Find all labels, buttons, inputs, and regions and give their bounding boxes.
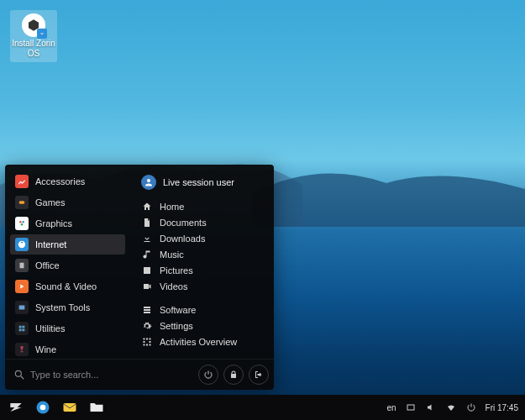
menu-user-label: Live session user: [163, 177, 234, 187]
tray-power[interactable]: [465, 402, 477, 413]
lock-icon: [228, 370, 239, 380]
menu-places: Live session user Home Documents Downloa…: [131, 165, 274, 359]
category-label: Games: [35, 197, 65, 207]
volume-icon: [426, 402, 436, 412]
shortcut-settings[interactable]: Settings: [136, 318, 269, 333]
place-videos[interactable]: Videos: [136, 279, 269, 294]
window-icon: [406, 402, 416, 412]
svg-marker-5: [20, 285, 24, 289]
power-icon: [203, 370, 213, 380]
place-home[interactable]: Home: [136, 199, 269, 214]
start-menu: Accessories Games Graphics Internet Offi…: [5, 165, 274, 390]
sound-video-icon: [15, 280, 29, 293]
place-label: Documents: [160, 218, 207, 228]
category-label: Utilities: [35, 323, 65, 333]
svg-point-7: [147, 179, 150, 182]
software-icon: [141, 305, 153, 315]
videos-icon: [141, 281, 153, 291]
menu-search-input[interactable]: [30, 370, 190, 380]
taskbar-mail[interactable]: [60, 398, 79, 417]
menu-lock-button[interactable]: [223, 365, 244, 385]
desktop-icon-install-zorin[interactable]: Install Zorin OS: [10, 10, 57, 62]
games-icon: [15, 196, 29, 209]
taskbar-files[interactable]: [87, 398, 106, 417]
downloads-icon: [141, 234, 153, 244]
place-pictures[interactable]: Pictures: [136, 263, 269, 278]
svg-rect-12: [64, 403, 76, 412]
tray-lang[interactable]: en: [386, 403, 396, 412]
category-label: System Tools: [35, 302, 90, 312]
place-label: Videos: [160, 281, 187, 291]
desktop-icon-label: Install Zorin OS: [12, 39, 55, 59]
pictures-icon: [141, 265, 153, 276]
category-label: Office: [35, 260, 60, 270]
taskbar: en Fri 17:45: [0, 395, 525, 420]
taskbar-start[interactable]: [7, 398, 25, 417]
power-icon: [466, 402, 476, 412]
shortcut-software[interactable]: Software: [136, 302, 269, 318]
documents-icon: [141, 218, 153, 228]
category-wine[interactable]: Wine: [10, 339, 125, 359]
svg-rect-6: [19, 306, 25, 310]
svg-rect-0: [19, 201, 25, 203]
menu-power-button[interactable]: [198, 365, 218, 385]
category-office[interactable]: Office: [10, 255, 125, 276]
place-downloads[interactable]: Downloads: [136, 231, 269, 246]
category-label: Sound & Video: [35, 281, 97, 291]
zorin-icon: [8, 399, 24, 416]
category-internet[interactable]: Internet: [10, 234, 125, 255]
category-graphics[interactable]: Graphics: [10, 213, 125, 234]
category-label: Graphics: [35, 218, 72, 228]
svg-rect-13: [407, 405, 414, 410]
shortcut-activities[interactable]: Activities Overview: [136, 334, 269, 349]
shortcut-label: Activities Overview: [160, 337, 237, 347]
svg-rect-4: [20, 263, 24, 269]
place-label: Music: [160, 249, 184, 260]
utilities-icon: [15, 322, 29, 335]
tray-clock[interactable]: Fri 17:45: [486, 403, 518, 412]
svg-line-9: [21, 376, 24, 380]
internet-icon: [15, 238, 29, 251]
place-documents[interactable]: Documents: [136, 215, 269, 230]
accessories-icon: [15, 175, 29, 188]
category-system-tools[interactable]: System Tools: [10, 297, 125, 318]
svg-point-3: [21, 223, 24, 226]
place-label: Home: [160, 202, 184, 212]
menu-categories: Accessories Games Graphics Internet Offi…: [5, 165, 131, 359]
svg-point-8: [15, 370, 21, 376]
home-icon: [141, 202, 153, 212]
place-label: Pictures: [160, 265, 193, 276]
user-avatar-icon: [141, 175, 156, 190]
menu-user[interactable]: Live session user: [136, 171, 269, 193]
category-label: Wine: [35, 344, 56, 354]
menu-footer: [5, 359, 274, 390]
category-accessories[interactable]: Accessories: [10, 171, 125, 192]
logout-icon: [254, 370, 264, 380]
office-icon: [15, 259, 29, 272]
search-icon: [13, 369, 25, 381]
browser-icon: [34, 399, 51, 416]
taskbar-launchers: [7, 398, 106, 417]
tray-window[interactable]: [405, 402, 417, 413]
zorin-installer-icon: [22, 13, 45, 37]
graphics-icon: [15, 217, 29, 230]
music-icon: [141, 249, 153, 260]
shortcut-label: Software: [160, 305, 196, 315]
menu-search[interactable]: [10, 365, 193, 384]
menu-logout-button[interactable]: [249, 365, 269, 385]
place-music[interactable]: Music: [136, 247, 269, 262]
svg-point-1: [19, 221, 22, 223]
mail-icon: [61, 399, 78, 416]
category-utilities[interactable]: Utilities: [10, 318, 125, 339]
tray-volume[interactable]: [425, 402, 437, 413]
settings-icon: [141, 321, 153, 331]
wine-icon: [15, 343, 29, 356]
taskbar-browser[interactable]: [34, 398, 52, 417]
download-badge-icon: [37, 29, 47, 39]
category-games[interactable]: Games: [10, 192, 125, 213]
category-sound-video[interactable]: Sound & Video: [10, 276, 125, 297]
category-label: Accessories: [35, 176, 85, 186]
shortcut-label: Settings: [160, 321, 193, 331]
tray-network[interactable]: [445, 402, 457, 413]
svg-point-11: [40, 405, 46, 411]
